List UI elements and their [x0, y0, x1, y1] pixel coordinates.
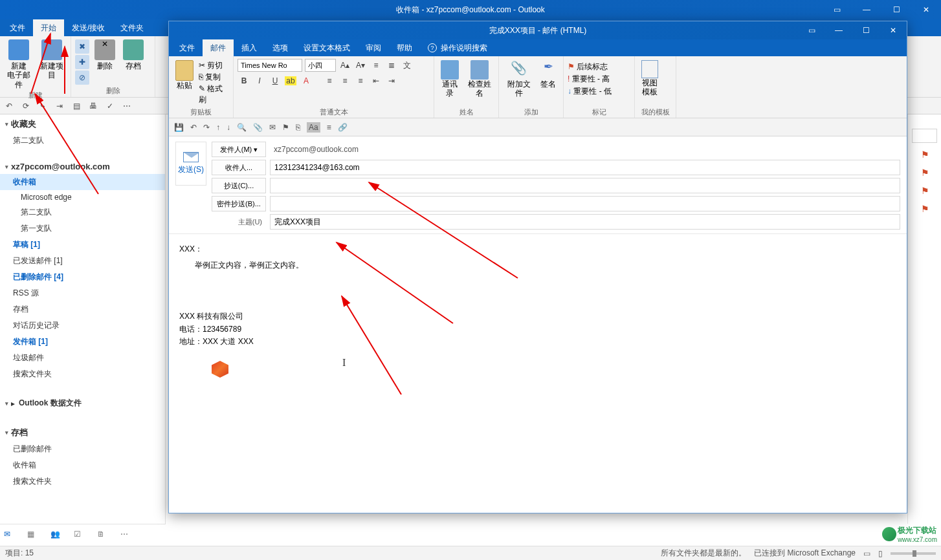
folder-drafts[interactable]: 草稿 [1] [0, 237, 165, 253]
folder-team2[interactable]: 第二支队 [0, 204, 165, 221]
junk-icon[interactable]: ⊘ [75, 70, 89, 85]
signature-button[interactable]: ✒ 签名 [537, 59, 559, 107]
attach-button[interactable]: 📎 附加文件 [503, 59, 535, 107]
redo-icon[interactable]: ↷ [203, 123, 210, 132]
qi-7[interactable]: ✓ [105, 101, 115, 111]
to-button[interactable]: 收件人... [212, 160, 266, 175]
bcc-button[interactable]: 密件抄送(B)... [212, 196, 266, 211]
account-header[interactable]: xz7pccom@outlook.com [0, 158, 165, 174]
delete-button[interactable]: ✕ 删除 [92, 38, 118, 72]
tab-home[interactable]: 开始 [33, 19, 64, 36]
align-left-icon[interactable]: ≡ [323, 74, 336, 87]
aa-icon[interactable]: Aa [307, 122, 320, 133]
list-qat-icon[interactable]: ≡ [327, 123, 331, 132]
undo-icon[interactable]: ↶ [190, 123, 197, 132]
arch-search[interactable]: 搜索文件夹 [0, 473, 165, 490]
compose-ribbon-options-icon[interactable]: ▭ [798, 21, 825, 39]
folder-search[interactable]: 搜索文件夹 [0, 366, 165, 382]
main-ribbon-options-icon[interactable]: ▭ [822, 0, 852, 19]
datafile-header[interactable]: ▸Outlook 数据文件 [0, 394, 165, 411]
ctab-file[interactable]: 文件 [172, 39, 203, 56]
qi-4[interactable]: ⇥ [54, 101, 65, 111]
cleanup-icon[interactable]: ✚ [75, 55, 89, 69]
main-close-icon[interactable]: ✕ [911, 0, 941, 19]
high-importance-button[interactable]: ! 重要性 - 高 [568, 74, 630, 85]
compose-body[interactable]: XXX： 举例正文内容，举例正文内容。 XXX 科技有限公司 电话：123456… [169, 234, 907, 513]
qi-5[interactable]: ▤ [71, 101, 82, 111]
paste-button[interactable]: 粘贴 [173, 59, 196, 107]
archive-button[interactable]: 存档 [120, 38, 146, 72]
prev-icon[interactable]: ↑ [216, 123, 220, 132]
link-qat-icon[interactable]: 🔗 [338, 123, 348, 132]
compose-maximize-icon[interactable]: ☐ [852, 21, 880, 39]
mail-icon[interactable]: ✉ [269, 123, 276, 132]
followup-button[interactable]: ⚑ 后续标志 [568, 61, 630, 72]
arch-inbox[interactable]: 收件箱 [0, 457, 165, 473]
font-color-button[interactable]: A [300, 74, 313, 87]
folder-inbox[interactable]: 收件箱 [0, 174, 165, 190]
ctab-message[interactable]: 邮件 [203, 39, 234, 56]
copy-qat-icon[interactable]: ⎘ [296, 123, 300, 132]
next-icon[interactable]: ↓ [227, 123, 230, 132]
view-templates-button[interactable]: 视图 模板 [639, 59, 661, 107]
flag-icon[interactable]: ⚑ [908, 145, 941, 164]
font-size-select[interactable] [305, 59, 336, 72]
flag-qat-icon[interactable]: ⚑ [282, 123, 289, 132]
numbering-icon[interactable]: ≣ [385, 59, 398, 72]
main-maximize-icon[interactable]: ☐ [881, 0, 911, 19]
folder-convhist[interactable]: 对话历史记录 [0, 318, 165, 334]
qi-3[interactable]: ⤷ [38, 101, 48, 111]
compose-close-icon[interactable]: ✕ [880, 21, 907, 39]
nav-people-icon[interactable]: 👥 [50, 530, 62, 541]
folder-archive[interactable]: 存档 [0, 301, 165, 318]
zoom-icon[interactable]: 🔍 [237, 123, 247, 132]
address-book-button[interactable]: 通讯录 [438, 59, 462, 107]
compose-minimize-icon[interactable]: — [825, 21, 852, 39]
folder-outbox[interactable]: 发件箱 [1] [0, 334, 165, 350]
subject-input[interactable] [270, 214, 900, 230]
highlight-button[interactable]: ab [284, 74, 297, 87]
flag-icon[interactable]: ⚑ [908, 164, 941, 182]
cut-button[interactable]: ✂ 剪切 [199, 60, 229, 71]
zoom-slider[interactable] [891, 552, 936, 555]
bullets-icon[interactable]: ≡ [370, 59, 382, 72]
new-email-button[interactable]: 新建 电子邮件 [4, 38, 34, 91]
underline-button[interactable]: U [269, 74, 282, 87]
folder-sent[interactable]: 已发送邮件 [1] [0, 253, 165, 269]
qi-8[interactable]: ⋯ [122, 101, 132, 111]
bold-button[interactable]: B [238, 74, 250, 87]
tab-folder[interactable]: 文件夹 [113, 19, 151, 36]
favorites-header[interactable]: 收藏夹 [0, 114, 165, 133]
flag-icon[interactable]: ⚑ [908, 182, 941, 200]
nav-notes-icon[interactable]: 🗎 [97, 530, 109, 541]
main-minimize-icon[interactable]: — [852, 0, 881, 19]
tab-sendrecv[interactable]: 发送/接收 [64, 19, 113, 36]
view-normal-icon[interactable]: ▭ [863, 549, 870, 558]
copy-button[interactable]: ⎘ 复制 [199, 72, 229, 83]
italic-button[interactable]: I [253, 74, 266, 87]
ctab-review[interactable]: 审阅 [358, 39, 389, 56]
ctab-options[interactable]: 选项 [265, 39, 296, 56]
right-searchbox[interactable] [912, 129, 937, 143]
tab-file[interactable]: 文件 [2, 19, 33, 36]
align-right-icon[interactable]: ≡ [354, 74, 367, 87]
new-item-button[interactable]: 新建项目 [37, 38, 67, 81]
qi-6[interactable]: 🖶 [88, 101, 98, 111]
arch-deleted[interactable]: 已删除邮件 [0, 441, 165, 457]
nav-mail-icon[interactable]: ✉ [4, 530, 16, 541]
font-family-select[interactable] [238, 59, 302, 72]
send-button[interactable]: 发送(S) [175, 142, 206, 186]
tellme-search[interactable]: ? 操作说明搜索 [420, 39, 487, 56]
ctab-format[interactable]: 设置文本格式 [296, 39, 358, 56]
qi-2[interactable]: ⟳ [21, 101, 31, 111]
archive-header[interactable]: 存档 [0, 423, 165, 441]
shrink-font-icon[interactable]: A▾ [354, 59, 367, 72]
check-names-button[interactable]: 检查姓名 [465, 59, 494, 107]
indent-dec-icon[interactable]: ⇤ [370, 74, 382, 87]
folder-junk[interactable]: 垃圾邮件 [0, 350, 165, 366]
grow-font-icon[interactable]: A▴ [338, 59, 351, 72]
to-input[interactable] [270, 160, 900, 175]
save-icon[interactable]: 💾 [174, 123, 184, 132]
attach-qat-icon[interactable]: 📎 [253, 123, 263, 132]
cc-input[interactable] [270, 178, 900, 193]
